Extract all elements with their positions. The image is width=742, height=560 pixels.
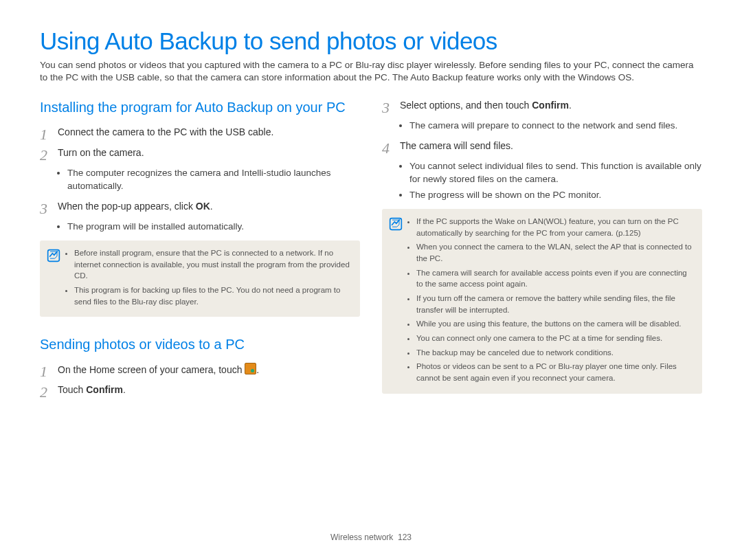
note-item: The camera will search for available acc…	[416, 267, 693, 290]
note-item: Photos or videos can be sent to a PC or …	[416, 361, 693, 383]
section-title-sending: Sending photos or videos to a PC	[40, 336, 360, 353]
send-step-1: 1 On the Home screen of your camera, tou…	[40, 363, 360, 379]
send-step-3-bullets: The camera will prepare to connect to th…	[400, 120, 702, 133]
send-step1-pre: On the Home screen of your camera, touch	[58, 364, 245, 375]
send-step-2: 2 Touch Confirm.	[40, 383, 360, 400]
send-step3-post: .	[569, 100, 572, 111]
send-step2-pre: Touch	[58, 384, 86, 395]
note-item: While you are using this feature, the bu…	[416, 318, 693, 330]
send-step1-post: .	[256, 364, 259, 375]
bullet-item: The progress will be shown on the PC mon…	[409, 189, 702, 202]
install-step-2: 2 Turn on the camera.	[40, 146, 360, 163]
step-number: 1	[40, 363, 58, 379]
note-item: You can connect only one camera to the P…	[416, 333, 693, 344]
note-item: The backup may be canceled due to networ…	[416, 347, 693, 359]
right-column: 3 Select options, and then touch Confirm…	[382, 99, 702, 404]
install-step-3-bullets: The program will be installed automatica…	[58, 221, 360, 234]
step3-pre: When the pop-up appears, click	[58, 201, 196, 212]
step-number: 2	[40, 146, 58, 163]
note-box-install: Before install program, ensure that the …	[40, 240, 360, 317]
bullet-item: The computer recognizes the camera and I…	[67, 167, 360, 193]
step-number: 2	[40, 383, 58, 400]
step-number: 3	[40, 200, 58, 216]
step-number: 1	[40, 126, 58, 142]
intro-paragraph: You can send photos or videos that you c…	[40, 59, 702, 84]
auto-backup-app-icon	[245, 363, 256, 374]
step-number: 3	[382, 99, 400, 115]
bullet-item: You cannot select individual files to se…	[409, 160, 702, 186]
step-text: Connect the camera to the PC with the US…	[58, 126, 360, 139]
step-text: Touch Confirm.	[58, 383, 360, 397]
footer-page-number: 123	[398, 533, 412, 542]
page-title: Using Auto Backup to send photos or vide…	[40, 27, 702, 55]
note-icon	[389, 217, 403, 231]
send-step-4-bullets: You cannot select individual files to se…	[400, 160, 702, 202]
note-item: If the PC supports the Wake on LAN(WOL) …	[416, 216, 693, 238]
bullet-item: The program will be installed automatica…	[67, 221, 360, 234]
step-number: 4	[382, 139, 400, 156]
note-item: This program is for backing up files to …	[74, 284, 350, 307]
note-item: When you connect the camera to the WLAN,…	[416, 241, 693, 264]
footer-section: Wireless network	[330, 533, 393, 542]
left-column: Installing the program for Auto Backup o…	[40, 99, 360, 404]
page-footer: Wireless network 123	[0, 533, 742, 542]
note-icon	[47, 249, 60, 262]
step-text: Select options, and then touch Confirm.	[400, 99, 702, 113]
step-text: When the pop-up appears, click OK.	[58, 200, 360, 214]
confirm-label: Confirm	[532, 100, 569, 111]
ok-icon: OK	[196, 200, 210, 214]
note-box-sending: If the PC supports the Wake on LAN(WOL) …	[382, 209, 702, 394]
section-title-install: Installing the program for Auto Backup o…	[40, 99, 360, 116]
install-step-2-bullets: The computer recognizes the camera and I…	[58, 167, 360, 193]
send-step-4: 4 The camera will send files.	[382, 139, 702, 156]
send-step3-pre: Select options, and then touch	[400, 100, 532, 111]
note-list: Before install program, ensure that the …	[65, 247, 350, 310]
bullet-item: The camera will prepare to connect to th…	[409, 120, 702, 133]
confirm-label: Confirm	[86, 384, 123, 395]
send-step-3: 3 Select options, and then touch Confirm…	[382, 99, 702, 115]
step3-post: .	[210, 201, 213, 212]
step-text: On the Home screen of your camera, touch…	[58, 363, 360, 377]
note-item: If you turn off the camera or remove the…	[416, 293, 693, 315]
step-text: Turn on the camera.	[58, 146, 360, 160]
install-step-1: 1 Connect the camera to the PC with the …	[40, 126, 360, 142]
manual-page: Using Auto Backup to send photos or vide…	[0, 0, 742, 560]
send-step2-post: .	[123, 384, 126, 395]
install-step-3: 3 When the pop-up appears, click OK.	[40, 200, 360, 216]
note-list: If the PC supports the Wake on LAN(WOL) …	[407, 216, 693, 387]
step-text: The camera will send files.	[400, 139, 702, 153]
two-column-layout: Installing the program for Auto Backup o…	[40, 99, 702, 404]
note-item: Before install program, ensure that the …	[74, 247, 350, 282]
